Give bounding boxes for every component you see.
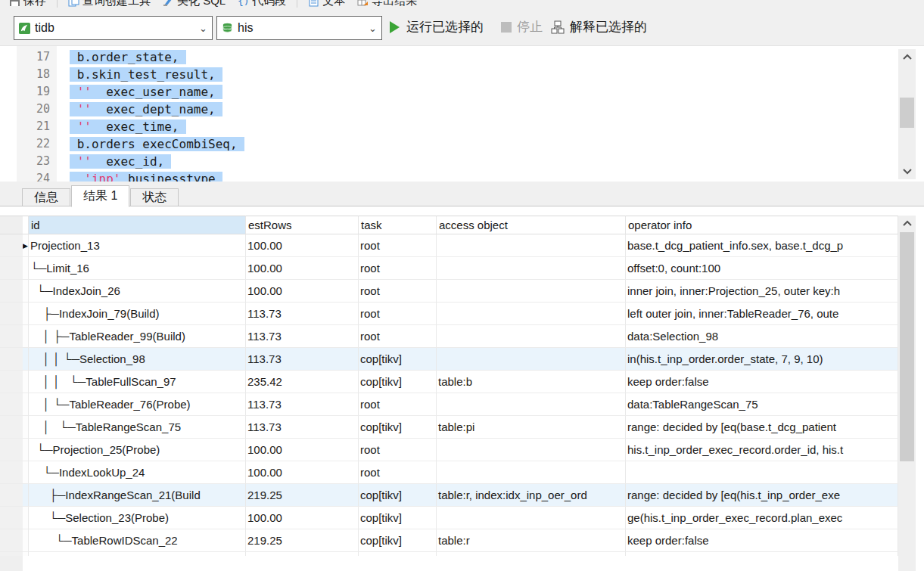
cell-g1 xyxy=(0,416,23,439)
grid-stub-row xyxy=(0,552,898,556)
cell-c-op: ge(his.t_inp_order_exec_record.plan_exec xyxy=(626,507,898,529)
cell-c-task: cop[tikv] xyxy=(359,348,437,371)
cell-g2 xyxy=(23,529,29,552)
cell-c-access: table:r xyxy=(437,529,626,552)
editor-lines: 17 b.order_state,18 b.skin_test_result,1… xyxy=(0,48,901,182)
cell-c-op: inner join, inner:Projection_25, outer k… xyxy=(626,280,898,303)
cell-c-task: cop[tikv] xyxy=(359,507,437,529)
cell-c-op: range: decided by [eq(base.t_dcg_patient xyxy=(626,416,898,439)
text-view-button[interactable]: 文本 xyxy=(303,0,350,8)
code-line[interactable]: 17 b.order_state, xyxy=(0,48,901,66)
cell-c-id: │ ├─TableReader_99(Build) xyxy=(29,325,246,348)
explain-selected-button[interactable]: 解释已选择的 xyxy=(551,18,647,36)
cell-c-id: └─Selection_23(Probe) xyxy=(29,507,246,529)
code-line[interactable]: 21 '' exec_time, xyxy=(0,118,901,135)
beautify-sql-button[interactable]: 美化 SQL xyxy=(158,0,230,8)
scroll-up-icon[interactable] xyxy=(898,49,916,64)
cell-c-access xyxy=(437,280,626,303)
cell-g2 xyxy=(23,303,29,325)
beautify-sql-icon xyxy=(163,0,174,7)
svg-text:{): {) xyxy=(238,0,249,7)
cell-c-est: 100.00 xyxy=(246,257,359,280)
table-row[interactable]: │ │ └─TableFullScan_97235.42cop[tikv]tab… xyxy=(0,371,898,393)
cell-g1 xyxy=(0,325,23,348)
code-line[interactable]: 20 '' exec_dept_name, xyxy=(0,101,901,118)
column-header-estrows[interactable]: estRows xyxy=(246,216,359,234)
cell-c-task: root xyxy=(359,280,437,303)
explain-table: id estRows task access object operator i… xyxy=(0,216,898,556)
cell-c-task: cop[tikv] xyxy=(359,484,437,507)
cell-c-op: left outer join, inner:TableReader_76, o… xyxy=(626,303,898,325)
table-row[interactable]: │ │ └─Selection_98113.73cop[tikv]in(his.… xyxy=(0,348,898,371)
cell-g2 xyxy=(23,371,29,393)
current-row-indicator: ▶ xyxy=(23,234,29,257)
save-button[interactable]: 保存 xyxy=(5,0,51,8)
table-row[interactable]: │ └─TableRangeScan_75113.73cop[tikv]tabl… xyxy=(0,416,898,439)
cell-g2 xyxy=(23,484,29,507)
code-line[interactable]: 19 '' exec_user_name, xyxy=(0,83,901,101)
cell-c-est: 219.25 xyxy=(246,484,359,507)
line-number: 22 xyxy=(0,135,57,153)
table-row[interactable]: │ └─TableReader_76(Probe)113.73rootdata:… xyxy=(0,393,898,416)
database-select[interactable]: his ⌄ xyxy=(216,16,382,40)
run-selected-button[interactable]: 运行已选择的 xyxy=(388,18,484,36)
tab-info[interactable]: 信息 xyxy=(22,188,70,206)
cell-c-id: Projection_13 xyxy=(29,234,246,257)
table-row[interactable]: ▶Projection_13100.00rootbase.t_dcg_patie… xyxy=(0,234,898,257)
explain-icon xyxy=(551,20,565,34)
chevron-down-icon: ⌄ xyxy=(199,23,207,34)
cell-c-access: table:r, index:idx_inp_oer_ord xyxy=(437,484,626,507)
export-result-button[interactable]: 导出结果 xyxy=(353,0,422,8)
scrollbar-thumb[interactable] xyxy=(900,232,914,461)
cell-c-id: └─IndexLookUp_24 xyxy=(29,461,246,484)
result-grid: id estRows task access object operator i… xyxy=(0,206,924,571)
code-line[interactable]: 18 b.skin_test_result, xyxy=(0,66,901,83)
cell-g1 xyxy=(0,461,23,484)
table-row[interactable]: ├─IndexJoin_79(Build)113.73rootleft oute… xyxy=(0,303,898,325)
scroll-down-icon[interactable] xyxy=(898,164,916,179)
query-builder-button[interactable]: 查询创建工具 xyxy=(64,0,155,8)
cell-c-est: 113.73 xyxy=(246,416,359,439)
scroll-up-icon[interactable] xyxy=(898,216,916,231)
cell-g1 xyxy=(0,393,23,416)
cell-c-op: base.t_dcg_patient_info.sex, base.t_dcg_… xyxy=(626,234,898,257)
cell-c-id: └─Limit_16 xyxy=(29,257,246,280)
table-row[interactable]: └─IndexLookUp_24100.00root xyxy=(0,461,898,484)
table-row[interactable]: └─TableRowIDScan_22219.25cop[tikv]table:… xyxy=(0,529,898,552)
toolbar-separator xyxy=(57,0,58,8)
table-row[interactable]: └─Limit_16100.00rootoffset:0, count:100 xyxy=(0,257,898,280)
table-row[interactable]: │ ├─TableReader_99(Build)113.73rootdata:… xyxy=(0,325,898,348)
column-header-task[interactable]: task xyxy=(359,216,437,234)
cell-c-access xyxy=(437,439,626,461)
connection-select[interactable]: tidb ⌄ xyxy=(14,16,213,40)
code-line[interactable]: 24 'inp' businesstype xyxy=(0,170,901,182)
column-header-access-object[interactable]: access object xyxy=(437,216,626,234)
cell-c-access xyxy=(437,325,626,348)
grid-scrollbar[interactable] xyxy=(898,216,916,571)
corner-cell xyxy=(23,216,29,234)
cell-c-task: cop[tikv] xyxy=(359,371,437,393)
table-row[interactable]: └─Projection_25(Probe)100.00roothis.t_in… xyxy=(0,439,898,461)
table-row[interactable]: └─Selection_23(Probe)100.00cop[tikv]ge(h… xyxy=(0,507,898,529)
selected-code-text: b.order_state, xyxy=(70,50,186,64)
code-line[interactable]: 22 b.orders execCombiSeq, xyxy=(0,135,901,153)
code-line[interactable]: 23 '' exec_id, xyxy=(0,153,901,170)
tab-status[interactable]: 状态 xyxy=(130,188,179,206)
code-snippet-button[interactable]: {) 代码段 xyxy=(233,0,291,8)
column-header-operator-info[interactable]: operator info xyxy=(626,216,898,234)
column-header-id[interactable]: id xyxy=(29,216,246,234)
sql-editor[interactable]: 17 b.order_state,18 b.skin_test_result,1… xyxy=(0,45,924,182)
cell-g1 xyxy=(0,303,23,325)
editor-scrollbar[interactable] xyxy=(898,49,916,179)
table-row[interactable]: └─IndexJoin_26100.00rootinner join, inne… xyxy=(0,280,898,303)
selected-code-text: '' exec_dept_name, xyxy=(70,102,222,116)
table-row[interactable]: ├─IndexRangeScan_21(Build219.25cop[tikv]… xyxy=(0,484,898,507)
cell-g1 xyxy=(0,507,23,529)
tab-result-1[interactable]: 结果 1 xyxy=(71,185,129,207)
cell-c-task: cop[tikv] xyxy=(359,529,437,552)
cell-c-id: ├─IndexRangeScan_21(Build xyxy=(29,484,246,507)
play-icon xyxy=(388,20,401,34)
cell-c-access xyxy=(437,257,626,280)
stop-button: 停止 xyxy=(501,18,543,36)
scrollbar-thumb[interactable] xyxy=(900,98,914,128)
